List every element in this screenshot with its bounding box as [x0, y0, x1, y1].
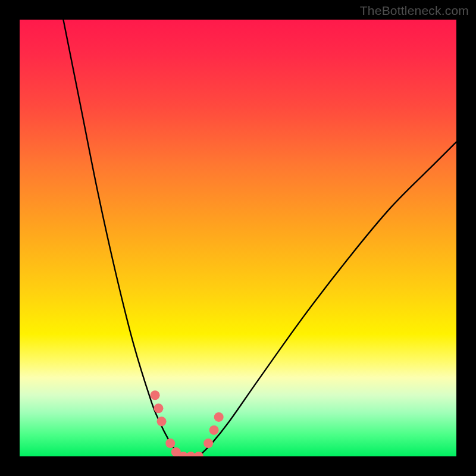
plot-area [20, 20, 456, 456]
marker-point [209, 425, 219, 435]
chart-frame: TheBottleneck.com [0, 0, 476, 476]
marker-point [165, 439, 175, 448]
marker-point [151, 390, 160, 400]
marker-point [214, 412, 224, 422]
curve-layer [63, 20, 456, 456]
branding-watermark: TheBottleneck.com [360, 4, 469, 18]
marker-layer [151, 390, 224, 456]
marker-point [157, 416, 167, 426]
series-left-curve [63, 20, 183, 456]
series-right-curve [199, 142, 456, 456]
chart-svg [20, 20, 456, 456]
marker-point [154, 403, 163, 413]
marker-point [203, 439, 213, 448]
